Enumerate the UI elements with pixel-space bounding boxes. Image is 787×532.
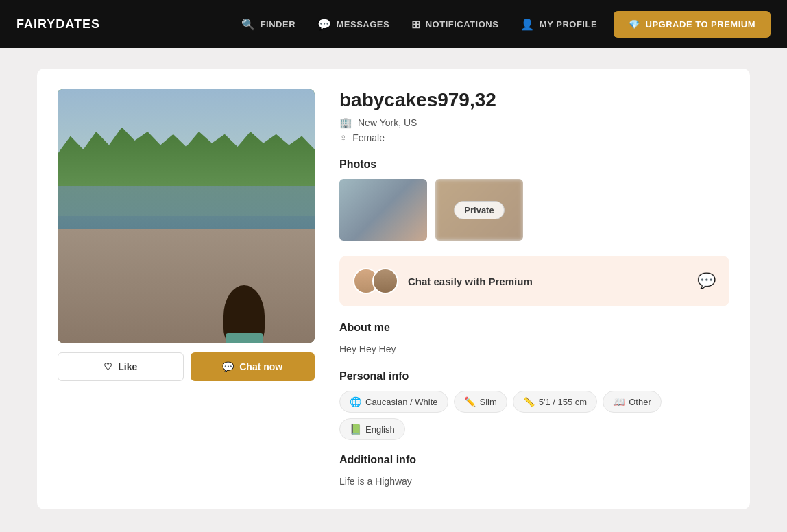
like-button[interactable]: ♡ Like: [58, 352, 184, 381]
premium-banner-text: Chat easily with Premium: [408, 276, 688, 287]
profile-main-photo: [58, 89, 315, 343]
personal-info-section: Personal info 🌐 Caucasian / White ✏️ Sli…: [339, 370, 729, 440]
avatar-2-face: [374, 269, 397, 293]
page-content: ♡ Like 💬 Chat now babycakes979,32 🏢 New …: [23, 69, 764, 509]
nav-notifications[interactable]: ⊞ NOTIFICATIONS: [411, 18, 498, 31]
ethnicity-label: Caucasian / White: [365, 397, 438, 407]
height-label: 5'1 / 155 cm: [539, 397, 587, 407]
gender-item: ♀ Female: [339, 132, 729, 143]
location-icon: 🏢: [339, 117, 352, 129]
nav-my-profile[interactable]: 👤 MY PROFILE: [520, 18, 597, 31]
messages-label: MESSAGES: [337, 19, 390, 29]
notifications-label: NOTIFICATIONS: [426, 19, 499, 29]
gender-text: Female: [352, 132, 385, 143]
heart-icon: ♡: [104, 361, 112, 372]
location-item: 🏢 New York, US: [339, 117, 729, 129]
photo-figure: [162, 155, 244, 292]
premium-banner[interactable]: Chat easily with Premium 💬: [339, 256, 729, 306]
other-chip: 📖 Other: [603, 391, 662, 413]
other-icon: 📖: [613, 396, 625, 407]
location-text: New York, US: [358, 117, 417, 128]
premium-chat-icon: 💬: [697, 272, 716, 290]
private-badge: Private: [454, 201, 504, 219]
personal-info-title: Personal info: [339, 370, 729, 383]
photo-private-overlay: Private: [435, 179, 523, 241]
site-logo[interactable]: FAIRYDATES: [16, 17, 100, 32]
figure-top: [226, 333, 263, 343]
finder-icon: 🔍: [241, 18, 256, 31]
additional-info-text: Life is a Highway: [339, 474, 729, 489]
additional-info-section: Additional info Life is a Highway: [339, 454, 729, 489]
about-me-text: Hey Hey Hey: [339, 342, 729, 356]
notifications-icon: ⊞: [411, 18, 421, 31]
avatar-2: [372, 268, 398, 294]
ethnicity-chip: 🌐 Caucasian / White: [339, 391, 448, 413]
right-column: babycakes979,32 🏢 New York, US ♀ Female …: [339, 89, 729, 489]
chat-icon: 💬: [222, 361, 234, 372]
photo-background: [58, 89, 315, 343]
my-profile-label: MY PROFILE: [540, 19, 597, 29]
ethnicity-icon: 🌐: [350, 396, 361, 407]
photos-row: Private: [339, 179, 729, 241]
premium-avatars: [353, 268, 398, 294]
photo-thumb-2[interactable]: Private: [435, 179, 523, 241]
nav-finder[interactable]: 🔍 FINDER: [241, 18, 295, 31]
nav-links: 🔍 FINDER 💬 MESSAGES ⊞ NOTIFICATIONS 👤 MY…: [241, 18, 597, 31]
action-buttons: ♡ Like 💬 Chat now: [58, 352, 315, 381]
finder-label: FINDER: [261, 19, 295, 29]
photos-section-title: Photos: [339, 158, 729, 171]
profile-icon: 👤: [520, 18, 535, 31]
additional-info-title: Additional info: [339, 454, 729, 466]
upgrade-premium-button[interactable]: 💎 UPGRADE TO PREMIUM: [614, 11, 771, 38]
upgrade-label: UPGRADE TO PREMIUM: [646, 19, 755, 29]
like-label: Like: [118, 361, 137, 372]
height-icon: 📏: [523, 396, 535, 407]
photo-thumb-1-img: [339, 179, 427, 241]
body-label: Slim: [480, 397, 497, 407]
gender-icon: ♀: [339, 132, 347, 143]
profile-meta: 🏢 New York, US ♀ Female: [339, 117, 729, 143]
navbar: FAIRYDATES 🔍 FINDER 💬 MESSAGES ⊞ NOTIFIC…: [0, 0, 787, 48]
language-icon: 📗: [350, 424, 361, 435]
body-chip: ✏️ Slim: [454, 391, 507, 413]
chat-label: Chat now: [239, 361, 282, 372]
profile-card: ♡ Like 💬 Chat now babycakes979,32 🏢 New …: [37, 69, 750, 509]
diamond-icon: 💎: [629, 19, 640, 29]
language-chip: 📗 English: [339, 418, 405, 440]
nav-messages[interactable]: 💬 MESSAGES: [317, 18, 389, 31]
language-label: English: [365, 424, 395, 435]
profile-username: babycakes979,32: [339, 89, 729, 111]
photo-thumb-1[interactable]: [339, 179, 427, 241]
height-chip: 📏 5'1 / 155 cm: [513, 391, 597, 413]
messages-icon: 💬: [317, 18, 332, 31]
about-me-title: About me: [339, 322, 729, 334]
chat-now-button[interactable]: 💬 Chat now: [191, 352, 315, 381]
left-column: ♡ Like 💬 Chat now: [58, 89, 315, 489]
info-chips: 🌐 Caucasian / White ✏️ Slim 📏 5'1 / 155 …: [339, 391, 729, 440]
body-icon: ✏️: [464, 396, 476, 407]
other-label: Other: [629, 397, 651, 407]
